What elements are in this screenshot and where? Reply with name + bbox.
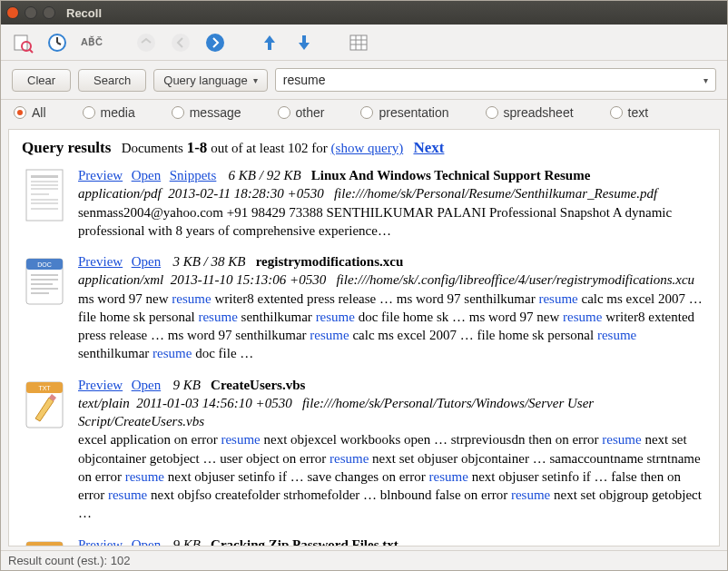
- up-icon[interactable]: [259, 32, 280, 54]
- result-item: DOC Preview Open 3 KB / 38 KB registrymo…: [22, 252, 706, 363]
- result-links: Preview Open Snippets 6 KB / 92 KB Linux…: [78, 166, 706, 184]
- result-item: TXT Preview Open 9 KB CreateUsers.vbs te…: [22, 376, 706, 523]
- result-thumb: TXT: [22, 376, 69, 523]
- filter-label: All: [32, 105, 46, 120]
- filter-label: presentation: [379, 105, 448, 120]
- table-icon[interactable]: [348, 32, 369, 54]
- open-link[interactable]: Open: [132, 168, 162, 182]
- chevron-down-icon[interactable]: ▾: [703, 75, 708, 85]
- result-title: CreateUsers.vbs: [211, 378, 305, 392]
- result-links: Preview Open 9 KB CreateUsers.vbs: [78, 376, 706, 394]
- open-link[interactable]: Open: [132, 378, 162, 392]
- result-title: Cracking Zip Password Files.txt: [211, 537, 398, 547]
- index-config-icon[interactable]: [12, 32, 34, 54]
- svg-rect-29: [31, 288, 58, 290]
- filter-label: spreadsheet: [504, 105, 574, 120]
- radio-icon: [83, 106, 95, 119]
- forward-icon[interactable]: [204, 32, 226, 54]
- preview-link[interactable]: Preview: [78, 254, 123, 269]
- window-buttons: [6, 6, 55, 19]
- status-bar: Result count (est.): 102: [1, 550, 727, 570]
- filter-message[interactable]: message: [172, 105, 241, 120]
- svg-rect-18: [31, 188, 58, 190]
- radio-icon: [610, 106, 623, 119]
- result-links: Preview Open 9 KB Cracking Zip Password …: [78, 536, 706, 547]
- result-item: Preview Open Snippets 6 KB / 92 KB Linux…: [22, 166, 706, 240]
- svg-text:DOC: DOC: [37, 261, 52, 268]
- down-icon[interactable]: [293, 32, 315, 54]
- svg-rect-19: [31, 193, 49, 195]
- snippets-link[interactable]: Snippets: [170, 168, 217, 182]
- result-thumb: TXT: [22, 536, 69, 547]
- result-title: Linux And Windows Technical Support Resu…: [311, 168, 590, 182]
- search-bar: Clear Search Query language ▾ resume ▾: [1, 61, 727, 100]
- open-link[interactable]: Open: [132, 254, 162, 269]
- search-input[interactable]: resume ▾: [275, 68, 716, 92]
- filter-text[interactable]: text: [610, 105, 649, 120]
- filter-other[interactable]: other: [278, 105, 325, 120]
- result-meta: text/plain 2011-01-03 14:56:10 +0530 fil…: [78, 394, 706, 431]
- home-icon: [135, 32, 157, 54]
- filter-label: media: [101, 105, 135, 120]
- svg-text:TXT: TXT: [38, 385, 51, 391]
- preview-link[interactable]: Preview: [78, 378, 123, 392]
- results-heading: Query results: [22, 139, 111, 156]
- chevron-down-icon: ▾: [253, 75, 258, 85]
- svg-rect-26: [31, 274, 58, 276]
- preview-link[interactable]: Preview: [78, 168, 123, 182]
- result-size: 6 KB / 92 KB: [229, 168, 301, 182]
- window-title: Recoll: [66, 6, 102, 20]
- result-size: 9 KB: [172, 378, 200, 392]
- svg-rect-9: [350, 35, 367, 50]
- result-title: registrymodifications.xcu: [256, 254, 404, 269]
- query-mode-dropdown[interactable]: Query language ▾: [153, 69, 268, 92]
- svg-rect-21: [31, 202, 58, 204]
- open-link[interactable]: Open: [132, 537, 162, 547]
- preview-link[interactable]: Preview: [78, 537, 123, 547]
- minimize-button[interactable]: [25, 6, 37, 19]
- result-size: 9 KB: [172, 537, 200, 547]
- status-text: Result count (est.): 102: [8, 554, 130, 567]
- svg-rect-28: [31, 283, 53, 285]
- svg-rect-22: [31, 208, 58, 210]
- results-header: Query results Documents 1-8 out of at le…: [22, 139, 706, 157]
- results-pane[interactable]: Query results Documents 1-8 out of at le…: [8, 129, 720, 546]
- svg-rect-15: [31, 175, 58, 178]
- result-links: Preview Open 3 KB / 38 KB registrymodifi…: [78, 252, 706, 271]
- show-query-link[interactable]: (show query): [331, 141, 404, 155]
- clear-button[interactable]: Clear: [12, 69, 71, 92]
- next-page-link[interactable]: Next: [413, 139, 444, 156]
- maximize-button[interactable]: [43, 6, 55, 19]
- titlebar: Recoll: [1, 1, 727, 25]
- radio-icon: [14, 106, 26, 119]
- type-filters: Allmediamessageotherpresentationspreadsh…: [1, 100, 727, 129]
- close-button[interactable]: [6, 6, 19, 19]
- svg-point-7: [172, 34, 190, 52]
- result-snippet: ms word 97 new resume writer8 extented p…: [78, 290, 706, 363]
- filter-media[interactable]: media: [83, 105, 135, 120]
- spellcheck-icon[interactable]: AB̌Č: [81, 32, 103, 54]
- search-button[interactable]: Search: [78, 69, 146, 92]
- realtime-icon[interactable]: [46, 32, 68, 54]
- result-snippet: senmass2004@yahoo.com +91 98429 73388 SE…: [78, 203, 706, 241]
- svg-rect-16: [31, 181, 58, 182]
- result-meta: application/pdf 2013-02-11 18:28:30 +053…: [78, 184, 706, 202]
- svg-point-8: [206, 34, 224, 52]
- filter-presentation[interactable]: presentation: [360, 105, 448, 120]
- radio-icon: [360, 106, 373, 119]
- result-size: 3 KB / 38 KB: [172, 254, 245, 269]
- svg-text:TXT: TXT: [38, 545, 51, 547]
- radio-icon: [278, 106, 290, 119]
- filter-label: message: [190, 105, 241, 120]
- filter-spreadsheet[interactable]: spreadsheet: [486, 105, 574, 120]
- back-icon: [170, 32, 192, 54]
- svg-point-6: [137, 34, 155, 52]
- svg-rect-30: [31, 292, 49, 294]
- radio-icon: [486, 106, 498, 119]
- svg-rect-17: [31, 184, 58, 186]
- filter-label: other: [296, 105, 325, 120]
- svg-line-2: [29, 49, 33, 53]
- filter-all[interactable]: All: [14, 105, 46, 120]
- result-thumb: [22, 166, 69, 240]
- main-toolbar: AB̌Č: [1, 25, 727, 61]
